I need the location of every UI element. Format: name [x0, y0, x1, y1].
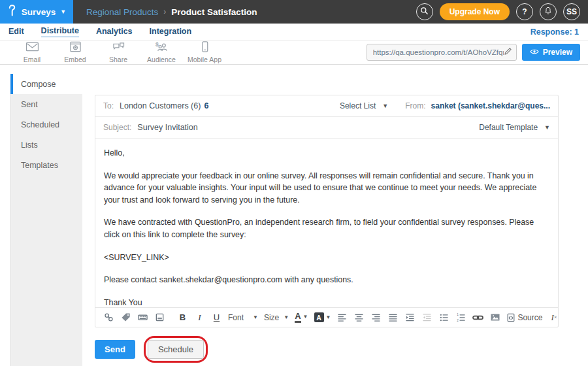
email-body-editor[interactable]: Hello, We would appreciate your feedback… — [95, 139, 558, 307]
audience-icon: $ — [155, 41, 169, 55]
chevron-down-icon: ▼ — [303, 314, 308, 320]
underline-button[interactable]: U — [211, 311, 222, 324]
sidebar-item-label: Scheduled — [21, 120, 59, 129]
channel-email[interactable]: Email — [10, 41, 54, 63]
from-value[interactable]: sanket (sanket.shekdar@ques... — [431, 101, 550, 110]
sidebar-item-lists[interactable]: Lists — [11, 135, 82, 155]
sidebar-item-label: Lists — [21, 141, 38, 150]
indent-increase-icon[interactable] — [404, 311, 416, 324]
italic-button[interactable]: I — [194, 311, 205, 324]
to-row: To: London Customers (6) 6 Select List ▼… — [95, 95, 558, 117]
search-button[interactable] — [416, 3, 433, 20]
notifications-button[interactable] — [540, 3, 557, 20]
surveys-menu-label: Surveys — [22, 7, 56, 17]
rich-text-toolbar: B I U Font ▼ Size ▼ A ▼ A ▼ — [95, 307, 558, 327]
remove-format-icon[interactable]: I× — [548, 311, 559, 324]
to-value[interactable]: London Customers (6) — [120, 101, 201, 110]
edit-pencil-icon[interactable] — [504, 46, 512, 58]
insert-image-icon[interactable] — [489, 311, 500, 324]
survey-url: https://qa.questionpro.com/t/AOhoVZfqml — [373, 48, 504, 56]
distribute-toolbar: Email Embed Share $ Audience Mobile App — [0, 41, 588, 65]
breadcrumb-parent[interactable]: Regional Products — [86, 7, 158, 17]
bold-button[interactable]: B — [177, 311, 188, 324]
response-count[interactable]: Response: 1 — [531, 27, 579, 37]
send-button[interactable]: Send — [95, 340, 135, 359]
channel-share[interactable]: Share — [97, 41, 140, 63]
channel-label: Share — [109, 56, 127, 63]
sidebar-item-label: Sent — [21, 100, 38, 109]
sidebar-item-sent[interactable]: Sent — [11, 94, 82, 114]
tab-distribute[interactable]: Distribute — [41, 26, 79, 37]
svg-text:2: 2 — [457, 319, 459, 322]
background-color-button[interactable]: A ▼ — [314, 312, 331, 322]
select-list-dropdown[interactable]: Select List ▼ — [340, 101, 388, 110]
bell-icon — [544, 6, 553, 18]
channel-mobile-app[interactable]: Mobile App — [183, 41, 226, 63]
channel-label: Email — [24, 56, 41, 63]
merge-tag-icon[interactable] — [120, 311, 131, 324]
sidebar-item-compose[interactable]: Compose — [11, 74, 82, 94]
size-dropdown[interactable]: Size ▼ — [264, 313, 289, 322]
channel-audience[interactable]: $ Audience — [140, 41, 183, 63]
bullet-list-icon[interactable] — [438, 311, 449, 324]
mobile-phone-icon — [199, 41, 211, 55]
tab-edit[interactable]: Edit — [8, 27, 24, 37]
source-label: Source — [517, 313, 542, 322]
active-indicator — [10, 74, 13, 94]
source-button[interactable]: Source — [506, 311, 542, 324]
from-group: From: sanket (sanket.shekdar@ques... — [405, 101, 550, 110]
annotation-highlight-ring: Schedule — [144, 336, 208, 363]
channel-label: Audience — [147, 56, 176, 63]
breadcrumb: Regional Products › Product Satisfaction — [86, 7, 257, 17]
align-justify-icon[interactable] — [387, 311, 399, 324]
subject-value[interactable]: Survey Invitation — [137, 123, 197, 132]
help-button[interactable]: ? — [516, 3, 533, 20]
survey-nav: Edit Distribute Analytics Integration Re… — [0, 24, 588, 41]
to-label: To: — [103, 101, 114, 110]
template-dropdown[interactable]: Default Template ▼ — [479, 123, 550, 132]
body-paragraph: <SURVEY_LINK> — [104, 252, 549, 264]
distribute-content: Compose Sent Scheduled Lists Templates T… — [0, 65, 588, 366]
header-actions: Upgrade Now ? SS — [416, 3, 588, 20]
share-bubbles-icon — [112, 41, 125, 55]
channel-embed[interactable]: Embed — [54, 41, 97, 63]
align-center-icon[interactable] — [353, 311, 365, 324]
chevron-down-icon: ▼ — [326, 315, 331, 320]
hyperlink-icon[interactable] — [472, 311, 483, 324]
preview-label: Preview — [543, 48, 572, 57]
from-label: From: — [405, 101, 425, 110]
survey-url-field[interactable]: https://qa.questionpro.com/t/AOhoVZfqml — [367, 44, 517, 61]
text-color-button[interactable]: A ▼ — [295, 312, 308, 323]
avatar[interactable]: SS — [563, 3, 580, 20]
body-paragraph: We would appreciate your feedback in our… — [104, 170, 549, 207]
sidebar-item-templates[interactable]: Templates — [11, 155, 82, 175]
preview-button[interactable]: Preview — [522, 44, 580, 61]
chevron-down-icon: ▼ — [60, 9, 66, 15]
insert-link-icon[interactable] — [103, 311, 114, 324]
avatar-initials: SS — [566, 7, 577, 16]
eye-icon — [530, 48, 539, 57]
indent-decrease-icon[interactable] — [421, 311, 433, 324]
chevron-down-icon: ▼ — [544, 125, 550, 131]
upgrade-now-button[interactable]: Upgrade Now — [440, 3, 510, 20]
align-right-icon[interactable] — [370, 311, 382, 324]
tab-analytics[interactable]: Analytics — [96, 27, 133, 37]
questionpro-logo-icon — [7, 4, 17, 20]
channel-label: Mobile App — [188, 56, 221, 63]
email-icon — [25, 41, 39, 55]
font-dropdown[interactable]: Font ▼ — [228, 313, 258, 322]
svg-text:$: $ — [155, 41, 159, 48]
schedule-button[interactable]: Schedule — [148, 340, 204, 359]
select-list-label: Select List — [340, 101, 376, 110]
keyboard-icon[interactable] — [137, 311, 148, 324]
button-widget-icon[interactable] — [154, 311, 165, 324]
chevron-down-icon: ▼ — [382, 103, 388, 109]
sidebar-item-scheduled[interactable]: Scheduled — [11, 114, 82, 135]
align-left-icon[interactable] — [336, 311, 348, 324]
sidebar-item-label: Templates — [21, 161, 58, 170]
surveys-menu[interactable]: Surveys ▼ — [0, 0, 73, 24]
numbered-list-icon[interactable]: 12 — [455, 311, 466, 324]
tab-integration[interactable]: Integration — [150, 27, 192, 37]
to-recipient-count[interactable]: 6 — [204, 101, 208, 110]
compose-form: To: London Customers (6) 6 Select List ▼… — [95, 95, 559, 327]
